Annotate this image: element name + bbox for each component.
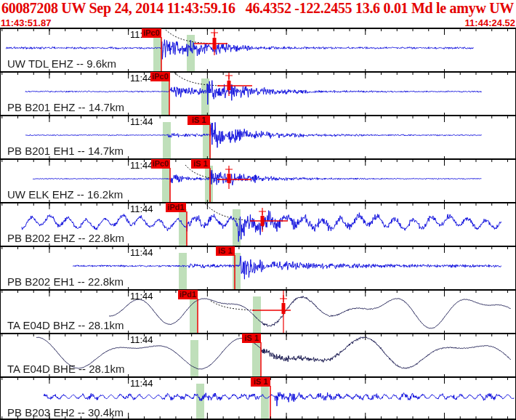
station-label: TA E04D BHZ -- 28.1km [7, 319, 124, 331]
time-window-bar: 11:43:51.87 11:44:24.52 [0, 17, 516, 28]
pick-flag[interactable]: iS 1 [188, 116, 210, 125]
panel-time-label: 11:44 [130, 203, 153, 214]
station-label: UW TDL EHZ -- 9.6km [7, 57, 116, 70]
station-label: UW ELK EHZ -- 16.2km [7, 188, 123, 201]
seismic-waveform-viewer: 60087208 UW Sep 24, 2014 11:43:59.16 46.… [0, 0, 516, 420]
pick-flag[interactable]: iS 1 [242, 334, 261, 343]
pick-flag[interactable]: iPd1 [166, 203, 186, 212]
station-label: TA E04D BHE -- 28.1km [7, 363, 124, 375]
panel-time-label: 11:44 [130, 334, 153, 345]
station-label: PB B203 EH2 -- 30.4km [7, 406, 124, 419]
window-start-time: 11:43:51.87 [1, 17, 51, 28]
waveform-canvas[interactable] [0, 28, 516, 420]
pick-flag[interactable]: iS 1 [191, 159, 210, 169]
station-label: PB B201 EH1 -- 14.7km [7, 145, 124, 157]
station-label: PB B202 EH1 -- 22.8km [7, 275, 124, 288]
pick-flag[interactable]: iPc0 [151, 159, 170, 169]
panel-time-label: 11:44 [130, 116, 153, 127]
pick-flag[interactable]: iPc0 [150, 72, 170, 81]
panel-time-label: 11:44 [130, 247, 153, 258]
pick-flag[interactable]: iPc0 [142, 28, 161, 38]
pick-flag[interactable]: iPd1 [178, 290, 198, 299]
window-end-time: 11:44:24.52 [465, 17, 515, 28]
panel-time-label: 11:44 [130, 160, 153, 171]
event-title: 60087208 UW Sep 24, 2014 11:43:59.16 46.… [1, 0, 516, 17]
pick-flag[interactable]: iS 1 [216, 246, 235, 256]
station-label: PB B202 EHZ -- 22.8km [7, 232, 124, 244]
panel-time-label: 11:44 [130, 291, 153, 302]
station-label: PB B201 EHZ -- 14.7km [7, 101, 124, 113]
pick-flag[interactable]: iS 1 [251, 377, 270, 387]
trace-plot-area: 11:44iPc0UW TDL EHZ -- 9.6km11:44iPc0PB … [0, 28, 516, 420]
panel-time-label: 11:44 [130, 378, 153, 389]
panel-time-label: 11:44 [130, 73, 153, 84]
